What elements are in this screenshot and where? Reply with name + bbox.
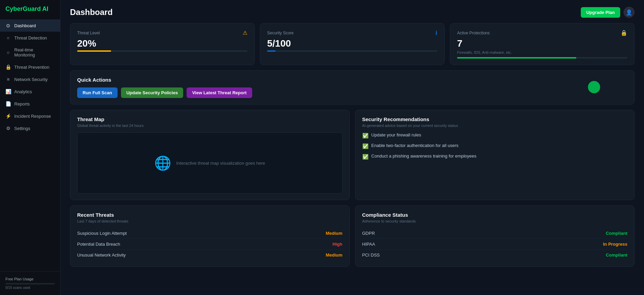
- stat-bar-fill: [457, 57, 576, 59]
- compliance-row-1: HIPAA In Progress: [362, 239, 628, 250]
- run-scan-button[interactable]: Run Full Scan: [77, 87, 118, 98]
- threat-name: Unusual Network Activity: [77, 252, 126, 258]
- threat-map-subtitle: Global threat activity in the last 24 ho…: [77, 124, 343, 128]
- threat-prevention-icon: 🔒: [5, 64, 11, 70]
- stat-bar-fill: [77, 50, 111, 52]
- threat-severity: Medium: [326, 252, 342, 258]
- reports-icon: 📄: [5, 101, 11, 106]
- threat-detection-icon: ○: [5, 35, 11, 40]
- sidebar-item-settings[interactable]: ⚙ Settings: [0, 122, 60, 134]
- plan-bar-bg: [5, 283, 55, 284]
- threat-row-1: Potential Data Breach High: [77, 239, 343, 250]
- stat-cards: Threat Level ⚠ 20% Security Score ℹ 5/10…: [60, 23, 644, 70]
- compliance-title: Compliance Status: [362, 212, 628, 218]
- compliance-name: PCI DSS: [362, 252, 380, 258]
- recommendations-card: Security Recommendations AI-generated ad…: [355, 110, 635, 200]
- rec-check-icon: ✅: [362, 133, 369, 139]
- stat-value: 7: [457, 38, 627, 49]
- stat-label: Threat Level: [77, 31, 100, 35]
- stat-bar-bg: [77, 50, 247, 52]
- sidebar-item-network-security[interactable]: ≡ Network Security: [0, 73, 60, 85]
- rec-text: Conduct a phishing awareness training fo…: [371, 153, 476, 159]
- qa-buttons: Run Full ScanUpdate Security PoliciesVie…: [77, 87, 627, 98]
- compliance-status: Compliant: [606, 231, 627, 236]
- app-logo: CyberGuard AI: [0, 0, 60, 19]
- rec-text: Update your firewall rules: [371, 132, 421, 137]
- sidebar-item-dashboard[interactable]: ⊙ Dashboard: [0, 19, 60, 32]
- stat-icon: ℹ: [435, 30, 437, 36]
- plan-scans: 0/15 scans used: [5, 286, 55, 290]
- compliance-name: GDPR: [362, 231, 375, 236]
- threat-name: Suspicious Login Attempt: [77, 231, 127, 236]
- sidebar-item-threat-detection[interactable]: ○ Threat Detection: [0, 32, 60, 44]
- sidebar-item-label: Network Security: [14, 77, 48, 82]
- incident-response-icon: ⚡: [5, 113, 11, 119]
- sidebar-item-threat-prevention[interactable]: 🔒 Threat Prevention: [0, 61, 60, 73]
- sidebar-item-analytics[interactable]: 📊 Analytics: [0, 85, 60, 98]
- analytics-icon: 📊: [5, 89, 11, 94]
- stat-card-1: Security Score ℹ 5/100: [260, 23, 445, 65]
- upgrade-button[interactable]: Upgrade Plan: [581, 7, 620, 18]
- threat-severity: Medium: [326, 231, 342, 236]
- compliance-status: Compliant: [606, 252, 627, 258]
- sidebar-item-label: Dashboard: [14, 23, 36, 28]
- orb-decoration: [588, 81, 600, 93]
- threat-map-card: Threat Map Global threat activity in the…: [70, 110, 350, 200]
- plan-label: Free Plan Usage: [5, 277, 55, 281]
- realtime-monitoring-icon: ○: [5, 50, 11, 55]
- sidebar-item-label: Threat Prevention: [14, 65, 49, 70]
- main-content: Dashboard Upgrade Plan 👤 Threat Level ⚠ …: [60, 0, 644, 295]
- recent-threats-subtitle: Last 7 days of detected threats: [77, 219, 343, 223]
- bottom-grid: Threat Map Global threat activity in the…: [60, 110, 644, 272]
- compliance-row-2: PCI DSS Compliant: [362, 250, 628, 260]
- threat-severity: High: [333, 242, 343, 247]
- rec-check-icon: ✅: [362, 143, 369, 149]
- compliance-subtitle: Adherence to security standards: [362, 219, 628, 223]
- sidebar-item-label: Real-time Monitoring: [14, 47, 55, 58]
- compliance-status: In Progress: [603, 242, 627, 247]
- threat-rows: Suspicious Login Attempt Medium Potentia…: [77, 228, 343, 260]
- sidebar-bottom: Free Plan Usage 0/15 scans used: [0, 271, 60, 295]
- sidebar-item-label: Incident Response: [14, 114, 51, 119]
- threat-map-placeholder: Interactive threat map visualization goe…: [176, 161, 265, 166]
- avatar[interactable]: 👤: [624, 7, 634, 18]
- stat-bar-bg: [457, 57, 627, 59]
- stat-card-2: Active Protections 🔒 7 Firewalls, IDS, A…: [450, 23, 634, 65]
- compliance-row-0: GDPR Compliant: [362, 228, 628, 239]
- sidebar-item-reports[interactable]: 📄 Reports: [0, 98, 60, 110]
- globe-icon: 🌐: [154, 155, 171, 171]
- page-title: Dashboard: [70, 7, 112, 17]
- settings-icon: ⚙: [5, 126, 11, 131]
- sidebar-item-realtime-monitoring[interactable]: ○ Real-time Monitoring: [0, 44, 60, 61]
- top-header: Dashboard Upgrade Plan 👤: [60, 0, 644, 23]
- update-policies-button[interactable]: Update Security Policies: [121, 87, 184, 98]
- view-report-button[interactable]: View Latest Threat Report: [187, 87, 252, 98]
- rec-items: ✅ Update your firewall rules ✅ Enable tw…: [362, 132, 628, 160]
- sidebar-item-label: Settings: [14, 126, 30, 131]
- stat-label: Security Score: [267, 31, 294, 35]
- sidebar-item-label: Analytics: [14, 89, 32, 94]
- stat-icon: ⚠: [243, 30, 247, 36]
- stat-label: Active Protections: [457, 31, 490, 35]
- threat-name: Potential Data Breach: [77, 242, 120, 247]
- network-security-icon: ≡: [5, 77, 11, 82]
- rec-check-icon: ✅: [362, 154, 369, 160]
- rec-item-0: ✅ Update your firewall rules: [362, 132, 628, 139]
- stat-icon: 🔒: [621, 30, 627, 36]
- recommendations-subtitle: AI-generated advice based on your curren…: [362, 124, 628, 128]
- recommendations-title: Security Recommendations: [362, 116, 628, 122]
- stat-value: 5/100: [267, 38, 437, 49]
- compliance-rows: GDPR Compliant HIPAA In Progress PCI DSS…: [362, 228, 628, 260]
- recent-threats-title: Recent Threats: [77, 212, 343, 218]
- stat-bar-fill: [267, 50, 276, 52]
- compliance-name: HIPAA: [362, 242, 375, 247]
- compliance-card: Compliance Status Adherence to security …: [355, 206, 635, 267]
- quick-actions-title: Quick Actions: [77, 77, 627, 83]
- stat-sub: Firewalls, IDS, Anti-malware, etc.: [457, 50, 627, 54]
- rec-item-1: ✅ Enable two-factor authentication for a…: [362, 143, 628, 149]
- sidebar-item-incident-response[interactable]: ⚡ Incident Response: [0, 110, 60, 122]
- sidebar: CyberGuard AI ⊙ Dashboard ○ Threat Detec…: [0, 0, 60, 295]
- rec-text: Enable two-factor authentication for all…: [371, 143, 459, 148]
- quick-actions-section: Quick Actions Run Full ScanUpdate Securi…: [70, 70, 634, 104]
- threat-map-title: Threat Map: [77, 116, 343, 122]
